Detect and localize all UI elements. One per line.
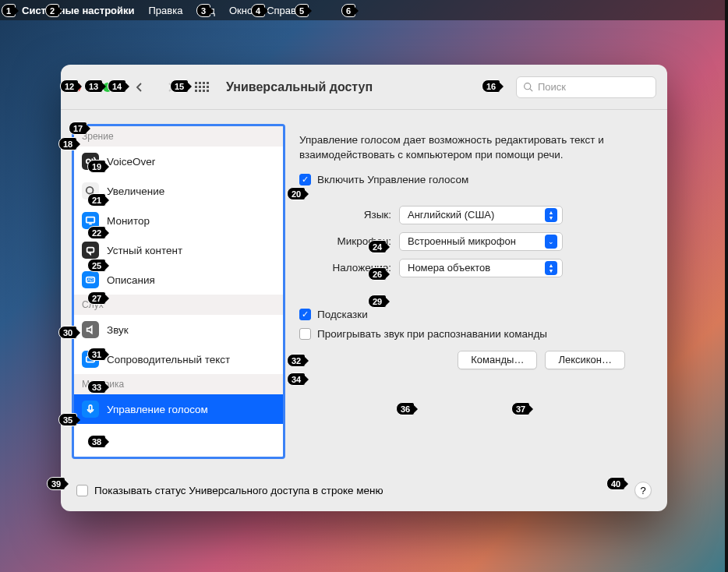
language-label: Язык: — [299, 209, 399, 221]
callout: 25 — [87, 259, 106, 272]
callout: 31 — [87, 348, 106, 361]
sidebar-label: Сопроводительный текст — [107, 354, 230, 365]
callout: 13 — [84, 79, 103, 93]
spoken-icon — [82, 242, 99, 259]
enable-voice-control-label: Включить Управление голосом — [317, 174, 468, 185]
sidebar-label: Описания — [107, 274, 155, 286]
sidebar-item-voice-control[interactable]: Управление голосом — [74, 394, 283, 424]
svg-point-0 — [525, 83, 531, 90]
play-sound-checkbox[interactable] — [299, 328, 311, 340]
main-panel: Управление голосом дает возможность реда… — [299, 124, 652, 474]
sidebar-label: VoiceOver — [107, 156, 155, 168]
callout: 26 — [368, 267, 387, 281]
play-sound-label: Проигрывать звук при распознавании коман… — [317, 328, 547, 340]
svg-rect-7 — [87, 248, 94, 252]
description-text: Управление голосом дает возможность реда… — [299, 133, 652, 163]
window-title: Универсальный доступ — [226, 80, 373, 94]
callout: 30 — [58, 326, 77, 339]
callout: 20 — [287, 187, 306, 200]
callout: 6 — [341, 4, 355, 17]
callout: 32 — [287, 354, 306, 367]
callout: 22 — [87, 226, 106, 239]
updown-icon: ▲▼ — [545, 261, 557, 275]
callout: 33 — [87, 380, 106, 394]
show-status-label: Показывать статус Универсального доступа… — [94, 485, 383, 496]
show-all-button[interactable] — [190, 76, 214, 99]
sidebar-item-audio[interactable]: Звук — [74, 315, 283, 344]
system-prefs-window: Универсальный доступ Поиск Зрение VoiceO… — [61, 65, 667, 511]
microphone-select[interactable]: Встроенный микрофон ⌄ — [399, 232, 563, 251]
search-icon — [523, 82, 533, 92]
updown-icon: ▲▼ — [545, 208, 557, 222]
select-value: Английский (США) — [408, 209, 494, 221]
menu-window[interactable]: Окно — [229, 5, 253, 16]
menu-edit[interactable]: Правка — [149, 5, 183, 16]
toolbar: Универсальный доступ Поиск — [61, 65, 667, 110]
callout: 16 — [482, 79, 500, 93]
callout: 29 — [368, 295, 387, 308]
callout: 36 — [396, 402, 415, 415]
callout: 24 — [368, 240, 387, 253]
enable-voice-control-checkbox[interactable] — [299, 174, 311, 185]
overlay-select[interactable]: Номера объектов ▲▼ — [399, 259, 563, 277]
callout: 4 — [251, 4, 265, 17]
callout: 12 — [60, 79, 79, 93]
svg-rect-11 — [89, 405, 92, 411]
audio-icon — [82, 321, 99, 338]
callout: 3 — [196, 4, 210, 17]
vocabulary-button[interactable]: Лексикон… — [545, 351, 625, 369]
svg-text:AD: AD — [87, 277, 94, 282]
right-edge — [725, 0, 728, 572]
callout: 34 — [287, 373, 306, 386]
svg-line-1 — [530, 89, 532, 91]
callout: 27 — [87, 291, 106, 305]
sidebar-section-vision: Зрение — [74, 126, 283, 147]
search-placeholder: Поиск — [538, 81, 566, 93]
callout: 35 — [58, 413, 77, 426]
callout: 18 — [58, 137, 77, 150]
sidebar-label: Монитор — [107, 215, 150, 227]
callout: 2 — [45, 4, 59, 17]
menubar: Системные настройки Правка Вид Окно Спра… — [0, 0, 725, 20]
descriptions-icon: AD — [82, 271, 99, 288]
callout: 1 — [2, 4, 16, 17]
callout: 19 — [87, 160, 106, 173]
callout: 14 — [108, 79, 126, 93]
help-button[interactable]: ? — [634, 482, 652, 499]
select-value: Встроенный микрофон — [408, 235, 516, 247]
back-button[interactable] — [128, 76, 151, 99]
callout: 17 — [69, 122, 87, 135]
commands-button[interactable]: Команды… — [458, 351, 537, 369]
hints-checkbox[interactable] — [299, 309, 311, 320]
sidebar-label: Управление голосом — [107, 404, 208, 415]
callout: 37 — [511, 402, 530, 415]
voice-control-icon — [82, 401, 99, 418]
svg-rect-5 — [87, 217, 95, 223]
show-status-checkbox[interactable] — [76, 485, 88, 496]
sidebar-label: Увеличение — [107, 185, 164, 197]
callout: 38 — [87, 435, 106, 448]
hints-label: Подсказки — [317, 309, 368, 320]
select-value: Номера объектов — [408, 262, 490, 274]
language-select[interactable]: Английский (США) ▲▼ — [399, 206, 563, 224]
callout: 21 — [87, 193, 106, 207]
callout: 39 — [47, 477, 65, 490]
callout: 15 — [170, 79, 189, 93]
callout: 40 — [606, 477, 625, 490]
chevron-down-icon: ⌄ — [545, 235, 557, 249]
sidebar-label: Устный контент — [107, 245, 182, 256]
callout: 5 — [295, 4, 309, 17]
footer: Показывать статус Универсального доступа… — [61, 474, 667, 511]
sidebar-label: Звук — [107, 324, 129, 336]
search-field[interactable]: Поиск — [516, 76, 656, 98]
app-menu[interactable]: Системные настройки — [22, 5, 135, 16]
